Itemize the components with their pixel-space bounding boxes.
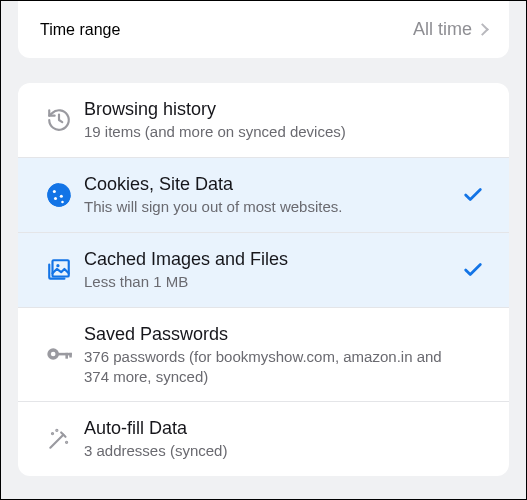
key-icon [40,340,78,368]
check-icon [459,259,487,281]
wand-icon [40,426,78,452]
svg-point-1 [53,190,56,193]
time-range-row[interactable]: Time range All time [18,1,509,58]
time-range-label: Time range [40,21,120,39]
chevron-right-icon [476,23,489,36]
images-icon [40,257,78,283]
item-cookies[interactable]: Cookies, Site Data This will sign you ou… [18,157,509,232]
item-autofill[interactable]: Auto-fill Data 3 addresses (synced) [18,401,509,476]
svg-rect-11 [69,353,72,358]
svg-point-8 [51,352,56,357]
item-subtitle: Less than 1 MB [84,272,459,292]
svg-point-13 [56,430,57,431]
item-saved-passwords[interactable]: Saved Passwords 376 passwords (for bookm… [18,307,509,401]
history-icon [40,107,78,133]
time-range-value: All time [413,19,472,40]
svg-rect-10 [65,353,68,359]
item-subtitle: 3 addresses (synced) [84,441,459,461]
item-title: Auto-fill Data [84,417,459,440]
item-title: Cookies, Site Data [84,173,459,196]
item-browsing-history[interactable]: Browsing history 19 items (and more on s… [18,83,509,157]
svg-point-2 [54,197,57,200]
item-title: Cached Images and Files [84,248,459,271]
svg-point-3 [60,194,63,197]
svg-point-4 [61,201,64,204]
item-subtitle: 376 passwords (for bookmyshow.com, amazo… [84,347,459,386]
cookie-icon [40,181,78,209]
data-type-list: Browsing history 19 items (and more on s… [18,83,509,476]
svg-rect-5 [53,260,69,276]
item-title: Saved Passwords [84,323,459,346]
check-icon [459,184,487,206]
svg-point-12 [52,433,53,434]
item-subtitle: This will sign you out of most websites. [84,197,459,217]
svg-point-6 [56,264,59,267]
item-cached-images[interactable]: Cached Images and Files Less than 1 MB [18,232,509,307]
item-title: Browsing history [84,98,459,121]
item-subtitle: 19 items (and more on synced devices) [84,122,459,142]
svg-point-14 [66,442,67,443]
